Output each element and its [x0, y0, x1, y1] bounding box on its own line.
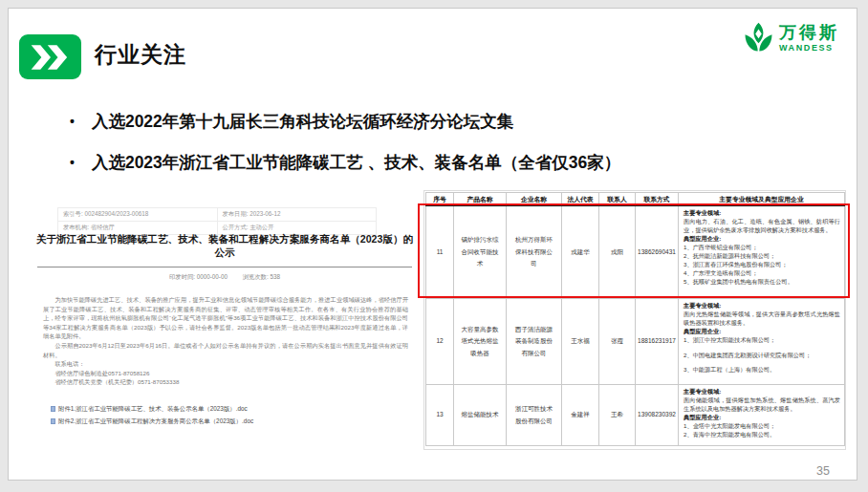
- typical-company: 2、中国电建集团西北勘测设计研究院有限公司；: [684, 351, 840, 359]
- domain-text: 面向光热熔盐储能等领域，提供大容量高参数塔式光热熔盐吸热器装置和技术服务。: [684, 310, 840, 327]
- typical-label: 典型应用企业:: [684, 234, 840, 243]
- col-header-company: 企业名称: [507, 193, 562, 206]
- typical-label: 典型应用企业:: [684, 413, 840, 421]
- attachment-name: 附件2.浙江省工业节能降碳工程解决方案服务商公示名单（2023版）.doc: [58, 415, 253, 427]
- provider-table-panel: 序号 产品名称 企业名称 法人代表 联系人 联系方式 主要专业领域及典型应用企业…: [423, 190, 846, 450]
- print-time: 印发时间: 0000-00-00: [169, 273, 228, 280]
- slide: 行业关注 万得斯 WANDESS 入选2022年第十九届长三角科技论坛循环经济分…: [8, 8, 857, 481]
- typical-company: 1、金塔中光太阳能发电有限公司；: [684, 421, 840, 430]
- bullet-item-2: 入选2023年浙江省工业节能降碳工艺 、技术、装备名单（全省仅36家）: [70, 151, 777, 174]
- paragraph: 省经信厅绿色制造处0571-87058126: [43, 369, 408, 378]
- table-row: 12 大容量高参数塔式光热熔盐吸热器 西子清洁能源装备制造股份有限公司 王水福 …: [426, 299, 845, 385]
- cell-legal: 王水福: [562, 299, 599, 385]
- divider: [37, 267, 412, 267]
- attachment-name: 附件1.浙江省工业节能降碳工艺、技术、装备公示名单（2023版）.doc: [58, 402, 248, 415]
- document-title: 关于浙江省工业节能降碳工艺、技术、装备和工程解决方案服务商名单（2023版）的公…: [35, 233, 414, 259]
- cell-company: 西子清洁能源装备制造股份有限公司: [507, 299, 562, 385]
- col-header-domain: 主要专业领域及典型应用企业: [679, 193, 845, 206]
- cell-domain: 主要专业领域: 面向储能领域，提供熔盐加热系统、熔盐储热系统、蒸汽发生系统以及电…: [679, 385, 845, 446]
- cell-no: 12: [426, 299, 454, 385]
- col-header-contact: 联系人: [599, 193, 636, 206]
- attachment-icon: [51, 406, 55, 412]
- cell-legal: 戎建华: [562, 206, 599, 299]
- cell-legal: 金建祥: [562, 385, 599, 446]
- domain-label: 主要专业领域:: [684, 208, 840, 217]
- domain-label: 主要专业领域:: [684, 387, 840, 396]
- typical-company: 1、浙江中控太阳能技术有限公司；: [684, 335, 840, 344]
- cell-company: 杭州万得斯环保科技有限公司: [507, 206, 562, 299]
- cell-domain: 主要专业领域: 面向光热熔盐储能等领域，提供大容量高参数塔式光热熔盐吸热器装置和…: [679, 299, 845, 385]
- double-chevron-icon: [19, 34, 81, 79]
- domain-label: 主要专业领域:: [684, 301, 840, 310]
- attachment-list: 附件1.浙江省工业节能降碳工艺、技术、装备公示名单（2023版）.doc 附件2…: [51, 402, 253, 427]
- cell-phone: 13908230392: [636, 385, 679, 446]
- logo-name-en: WANDESS: [779, 44, 839, 53]
- chevron-right-icon: [30, 43, 72, 72]
- bullet-list: 入选2022年第十九届长三角科技论坛循环经济分论坛文集 入选2023年浙江省工业…: [70, 110, 777, 192]
- col-header-phone: 联系方式: [636, 193, 679, 206]
- table-header-row: 序号 产品名称 企业名称 法人代表 联系人 联系方式 主要专业领域及典型应用企业: [426, 193, 845, 206]
- typical-company: 1、广西华银铝业有限公司；: [684, 243, 840, 251]
- cell-contact: 戎阳: [599, 206, 636, 299]
- typical-label: 典型应用企业:: [684, 327, 840, 335]
- paragraph: 公示期自2023年6月12日至2023年6月16日。单位或者个人如对公示名单持有…: [43, 341, 408, 359]
- document-print-info: 印发时间: 0000-00-00 浏览次数: 538: [33, 273, 416, 282]
- cell-domain: 主要专业领域: 面向电力、石油、化工、造纸、有色金属、钢铁、纺织等行业，提供锅炉…: [679, 206, 845, 299]
- leaf-logo-icon: [743, 22, 774, 53]
- attachment-link-1[interactable]: 附件1.浙江省工业节能降碳工艺、技术、装备公示名单（2023版）.doc: [51, 402, 253, 415]
- view-count: 浏览次数: 538: [243, 273, 280, 280]
- provider-table: 序号 产品名称 企业名称 法人代表 联系人 联系方式 主要专业领域及典型应用企业…: [425, 192, 845, 446]
- typical-company: 2、抚州能洁新能源科技有限公司；: [684, 251, 840, 260]
- col-header-legal: 法人代表: [562, 193, 599, 206]
- paragraph: 为加快节能降碳先进工艺、技术、装备的推广应用，提升工业和信息化领域节能降碳综合服…: [43, 295, 408, 341]
- cell-no: 13: [426, 385, 454, 446]
- table-row: 13 熔盐储能技术 浙江可胜技术股份有限公司 金建祥 王希 1390823039…: [426, 385, 845, 446]
- bullet-item-1: 入选2022年第十九届长三角科技论坛循环经济分论坛文集: [70, 110, 777, 133]
- paragraph: 联系电话：: [43, 359, 408, 369]
- domain-text: 面向储能领域，提供熔盐加热系统、熔盐储热系统、蒸汽发生系统以及电加热器解决方案和…: [684, 396, 840, 413]
- logo-name-cn: 万得斯: [779, 24, 839, 41]
- col-header-no: 序号: [426, 193, 454, 206]
- meta-pub-date: 发布日期: 2023-06-12: [217, 208, 377, 222]
- cell-phone: 13862690431: [636, 206, 679, 299]
- paragraph: 省经信厅机关党委（机关纪委）0571-87053338: [43, 377, 408, 387]
- cell-contact: 张霞: [599, 299, 636, 385]
- cell-phone: 18816231917: [636, 299, 679, 385]
- attachment-link-2[interactable]: 附件2.浙江省工业节能降碳工程解决方案服务商公示名单（2023版）.doc: [51, 415, 253, 427]
- table-row: 11 锅炉排污水综合回收节能技术 杭州万得斯环保科技有限公司 戎建华 戎阳 13…: [426, 206, 845, 299]
- cell-product: 大容量高参数塔式光热熔盐吸热器: [454, 299, 507, 385]
- slide-page-number: 35: [816, 464, 830, 478]
- cell-company: 浙江可胜技术股份有限公司: [507, 385, 562, 446]
- typical-company: 2、青海中控太阳能发电有限公司。: [684, 430, 840, 439]
- typical-company: 5、抚顺矿业集团中机热电有限责任公司。: [684, 277, 840, 286]
- attachment-icon: [51, 418, 55, 424]
- typical-company: 4、广东理文造纸有限公司；: [684, 268, 840, 277]
- domain-text: 面向电力、石油、化工、造纸、有色金属、钢铁、纺织等行业，提供锅炉余热废水零排放回…: [684, 217, 840, 234]
- col-header-product: 产品名称: [454, 193, 507, 206]
- page-title: 行业关注: [95, 40, 186, 70]
- cell-product: 熔盐储能技术: [454, 385, 507, 446]
- typical-company: 3、浙江富春江环保热电股份有限公司；: [684, 260, 840, 268]
- meta-index: 索引号: 002482904/2023-00618: [58, 208, 218, 222]
- typical-company: 3、中能源工程（上海）有限公司。: [684, 365, 840, 374]
- cell-contact: 王希: [599, 385, 636, 446]
- cell-product: 锅炉排污水综合回收节能技术: [454, 206, 507, 299]
- document-body: 为加快节能降碳先进工艺、技术、装备的推广应用，提升工业和信息化领域节能降碳综合服…: [43, 295, 408, 387]
- cell-no: 11: [426, 206, 454, 299]
- company-logo: 万得斯 WANDESS: [743, 22, 839, 53]
- document-meta-table: 索引号: 002482904/2023-00618 发布日期: 2023-06-…: [57, 207, 377, 235]
